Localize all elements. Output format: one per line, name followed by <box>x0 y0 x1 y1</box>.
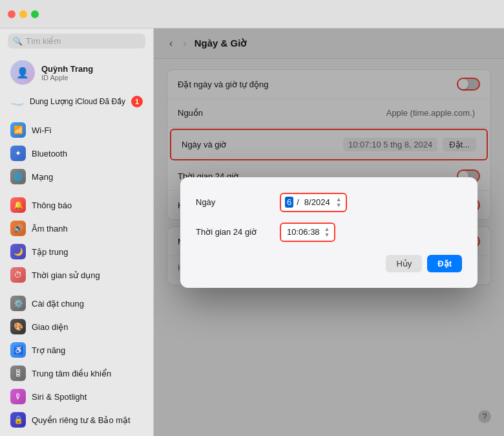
sidebar-item-label: Quyền riêng tư & Bảo mật <box>32 415 131 425</box>
sidebar-item-label: Tập trung <box>32 247 68 257</box>
sound-icon: 🔊 <box>10 221 26 236</box>
date-day: 6 <box>285 197 293 208</box>
minimize-button[interactable] <box>19 10 27 18</box>
control-icon: 🎛 <box>10 365 26 381</box>
sidebar-item-control-center[interactable]: 🎛 Trung tâm điều khiển <box>3 362 151 385</box>
sidebar-item-label: Trung tâm điều khiển <box>32 369 111 378</box>
privacy-icon: 🔒 <box>10 412 26 428</box>
sidebar-item-appearance[interactable]: 🎨 Giao diện <box>3 315 151 338</box>
sidebar-item-label: Âm thanh <box>32 224 68 234</box>
screen-time-icon: ⏱ <box>10 267 26 283</box>
sidebar-item-sound[interactable]: 🔊 Âm thanh <box>3 217 151 240</box>
modal-date-label: Ngày <box>196 197 280 207</box>
appearance-icon: 🎨 <box>10 319 26 334</box>
user-subtitle: ID Apple <box>41 74 93 82</box>
focus-icon: 🌙 <box>10 244 26 259</box>
sidebar-item-label: Giao diện <box>32 322 68 332</box>
sidebar-item-wifi[interactable]: 📶 Wi-Fi <box>3 118 151 142</box>
maximize-button[interactable] <box>31 10 39 18</box>
time-down-arrow[interactable]: ▼ <box>324 232 330 238</box>
user-info: Quỳnh Trang ID Apple <box>41 64 93 82</box>
sidebar-item-notify[interactable]: 🔔 Thông báo <box>3 193 151 217</box>
sidebar-item-focus[interactable]: 🌙 Tập trung <box>3 240 151 263</box>
sidebar: 🔍 👤 Quỳnh Trang ID Apple ☁️ Dung Lượng i… <box>0 28 154 436</box>
cancel-button[interactable]: Hủy <box>386 255 422 272</box>
time-value: 10:06:38 <box>285 226 322 237</box>
general-icon: ⚙️ <box>10 296 26 311</box>
sidebar-item-label: Cài đặt chung <box>32 299 84 309</box>
sidebar-item-label: Thời gian sử dụng <box>32 270 100 280</box>
accessibility-icon: ♿ <box>10 342 26 358</box>
sidebar-item-siri[interactable]: 🎙 Siri & Spotlight <box>3 385 151 408</box>
sidebar-item-label: Siri & Spotlight <box>32 392 87 402</box>
app-body: 🔍 👤 Quỳnh Trang ID Apple ☁️ Dung Lượng i… <box>0 28 504 436</box>
notify-icon: 🔔 <box>10 197 26 213</box>
sidebar-item-label: Wi-Fi <box>32 125 51 135</box>
modal-time-input[interactable]: 10:06:38 ▲ ▼ <box>280 223 335 242</box>
siri-icon: 🎙 <box>10 389 26 404</box>
modal-buttons: Hủy Đặt <box>196 255 462 272</box>
search-input[interactable] <box>26 36 140 46</box>
sidebar-item-label: Thông báo <box>32 201 72 210</box>
bluetooth-icon: ✦ <box>10 146 26 161</box>
search-box[interactable]: 🔍 <box>8 34 145 49</box>
avatar: 👤 <box>10 60 35 85</box>
traffic-lights <box>8 10 39 18</box>
user-name: Quỳnh Trang <box>41 64 93 74</box>
wifi-icon: 📶 <box>10 122 26 138</box>
sidebar-item-screen-time[interactable]: ⏱ Thời gian sử dụng <box>3 263 151 287</box>
user-profile[interactable]: 👤 Quỳnh Trang ID Apple <box>3 55 151 90</box>
modal-date-input[interactable]: 6 / 8/2024 ▲ ▼ <box>280 193 347 212</box>
sidebar-item-label: Mạng <box>32 172 53 182</box>
set-button[interactable]: Đặt <box>427 255 462 272</box>
date-field: 6 / 8/2024 <box>285 197 332 208</box>
close-button[interactable] <box>8 10 16 18</box>
date-down-arrow[interactable]: ▼ <box>336 202 342 208</box>
icloud-alert[interactable]: ☁️ Dung Lượng iCloud Đã Đầy 1 <box>3 90 151 113</box>
sidebar-item-privacy[interactable]: 🔒 Quyền riêng tư & Bảo mật <box>3 408 151 431</box>
sidebar-item-label: Trợ năng <box>32 345 65 355</box>
search-icon: 🔍 <box>13 37 23 46</box>
modal-date-row: Ngày 6 / 8/2024 ▲ ▼ <box>196 193 462 212</box>
content-area: ‹ › Ngày & Giờ Đặt ngày và giờ tự động N… <box>154 28 504 436</box>
date-separator: / <box>295 197 301 208</box>
title-bar <box>0 0 504 28</box>
modal-time-label: Thời gian 24 giờ <box>196 227 280 237</box>
sidebar-item-label: Bluetooth <box>32 149 67 158</box>
icloud-badge: 1 <box>131 96 143 107</box>
time-stepper[interactable]: ▲ ▼ <box>324 226 330 238</box>
modal-overlay: Ngày 6 / 8/2024 ▲ ▼ <box>154 28 504 436</box>
network-icon: 🌐 <box>10 169 26 184</box>
modal-dialog: Ngày 6 / 8/2024 ▲ ▼ <box>180 177 478 288</box>
modal-time-row: Thời gian 24 giờ 10:06:38 ▲ ▼ <box>196 223 462 242</box>
sidebar-item-general[interactable]: ⚙️ Cài đặt chung <box>3 292 151 315</box>
date-stepper[interactable]: ▲ ▼ <box>336 197 342 208</box>
sidebar-item-network[interactable]: 🌐 Mạng <box>3 165 151 188</box>
sidebar-item-accessibility[interactable]: ♿ Trợ năng <box>3 338 151 362</box>
icloud-alert-text: Dung Lượng iCloud Đã Đầy <box>30 97 126 106</box>
sidebar-item-bluetooth[interactable]: ✦ Bluetooth <box>3 142 151 165</box>
date-month-year: 8/2024 <box>302 197 332 208</box>
